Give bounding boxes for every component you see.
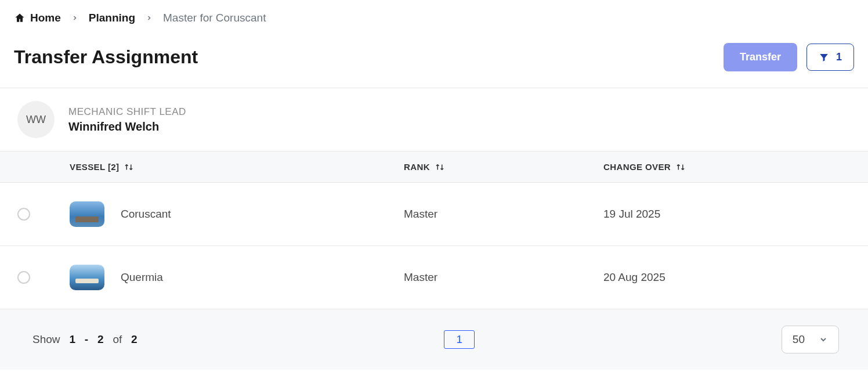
show-from: 1 xyxy=(69,333,75,345)
show-dash: - xyxy=(85,333,88,345)
sort-icon xyxy=(435,163,445,172)
breadcrumb-current-label: Master for Coruscant xyxy=(163,12,266,24)
table-header: VESSEL [2] RANK CHANGE OVER xyxy=(0,151,868,183)
breadcrumb-home-label: Home xyxy=(30,12,61,24)
transfer-button[interactable]: Transfer xyxy=(724,43,797,71)
home-icon xyxy=(14,12,26,24)
filter-icon xyxy=(819,52,829,63)
pagination-bar: Show 1 - 2 of 2 1 50 xyxy=(0,309,868,370)
page-size-select[interactable]: 50 xyxy=(782,326,839,353)
sort-rank[interactable] xyxy=(435,163,445,172)
vessel-thumbnail xyxy=(70,265,104,290)
filter-count: 1 xyxy=(836,51,842,63)
person-role: MECHANIC SHIFT LEAD xyxy=(68,106,186,118)
page-size-value: 50 xyxy=(793,333,805,346)
sort-icon xyxy=(675,163,686,172)
change-over-value: 20 Aug 2025 xyxy=(603,271,666,284)
person-name: Winnifred Welch xyxy=(68,120,186,133)
chevron-down-icon xyxy=(819,335,828,344)
person-info: MECHANIC SHIFT LEAD Winnifred Welch xyxy=(68,106,186,133)
th-vessel: VESSEL [2] xyxy=(70,162,119,172)
avatar: WW xyxy=(17,101,55,138)
show-total: 2 xyxy=(131,333,138,345)
chevron-right-icon xyxy=(71,15,78,21)
vessel-name: Quermia xyxy=(121,271,163,284)
table-row: Coruscant Master 19 Jul 2025 xyxy=(0,183,868,246)
th-rank: RANK xyxy=(404,162,430,172)
rank-value: Master xyxy=(404,271,437,284)
breadcrumb: Home Planning Master for Coruscant xyxy=(0,0,868,29)
header-actions: Transfer 1 xyxy=(724,43,854,71)
breadcrumb-planning-label: Planning xyxy=(89,12,135,24)
sort-icon xyxy=(124,163,134,172)
breadcrumb-current: Master for Coruscant xyxy=(163,12,266,24)
chevron-right-icon xyxy=(146,15,153,21)
table-row: Quermia Master 20 Aug 2025 xyxy=(0,246,868,309)
page-number-current[interactable]: 1 xyxy=(444,330,475,349)
show-prefix: Show xyxy=(32,333,60,345)
pager: 1 xyxy=(444,330,475,349)
page-title: Transfer Assignment xyxy=(14,46,198,68)
assignments-table: VESSEL [2] RANK CHANGE OVER Coruscant xyxy=(0,151,868,309)
sort-vessel[interactable] xyxy=(124,163,134,172)
change-over-value: 19 Jul 2025 xyxy=(603,208,660,221)
vessel-thumbnail xyxy=(70,201,104,227)
vessel-name: Coruscant xyxy=(121,208,171,221)
page-header: Transfer Assignment Transfer 1 xyxy=(0,29,868,88)
show-to: 2 xyxy=(97,333,104,345)
rank-value: Master xyxy=(404,208,437,221)
row-select-radio[interactable] xyxy=(17,208,30,221)
th-change-over: CHANGE OVER xyxy=(603,162,671,172)
sort-change-over[interactable] xyxy=(675,163,686,172)
breadcrumb-planning[interactable]: Planning xyxy=(89,12,135,24)
filter-button[interactable]: 1 xyxy=(806,44,854,71)
breadcrumb-home[interactable]: Home xyxy=(14,12,61,24)
person-card: WW MECHANIC SHIFT LEAD Winnifred Welch xyxy=(0,88,868,151)
of-label: of xyxy=(113,333,122,345)
row-select-radio[interactable] xyxy=(17,271,30,284)
pagination-summary: Show 1 - 2 of 2 xyxy=(32,333,138,346)
